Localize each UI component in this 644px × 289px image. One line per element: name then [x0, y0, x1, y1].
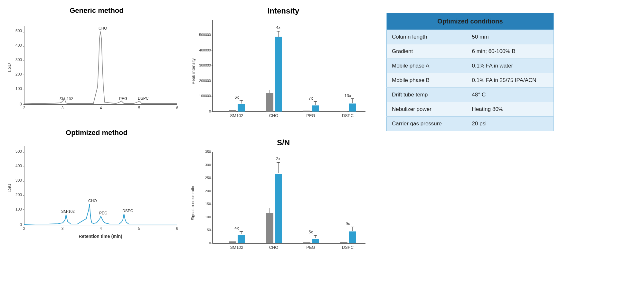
svg-text:400: 400 [15, 43, 22, 48]
conditions-header-row: Optimized conditions [387, 13, 554, 30]
right-panel: Optimized conditions Column length50 mmG… [386, 13, 554, 283]
svg-rect-121 [275, 174, 282, 243]
svg-rect-85 [340, 111, 347, 112]
svg-text:9x: 9x [346, 221, 350, 226]
svg-text:200: 200 [15, 72, 22, 77]
svg-text:CHO: CHO [99, 26, 107, 31]
svg-text:300: 300 [15, 178, 22, 183]
conditions-table: Optimized conditions Column length50 mmG… [386, 13, 554, 131]
svg-text:500: 500 [15, 149, 22, 154]
svg-text:5: 5 [138, 226, 140, 231]
svg-text:6x: 6x [234, 95, 239, 100]
conditions-header: Optimized conditions [387, 13, 554, 30]
svg-text:PEG: PEG [119, 96, 127, 101]
svg-text:2: 2 [23, 226, 25, 231]
svg-text:Signal-to-noise ratio: Signal-to-noise ratio [191, 186, 195, 220]
svg-text:4x: 4x [234, 226, 239, 230]
svg-rect-125 [303, 242, 310, 243]
param-value: Heating 80% [467, 102, 554, 116]
param-label: Column length [387, 30, 467, 44]
svg-rect-80 [303, 111, 310, 112]
param-value: 50 mm [467, 30, 554, 44]
svg-text:100: 100 [205, 215, 211, 219]
param-label: Mobile phase B [387, 73, 467, 87]
svg-text:300: 300 [15, 58, 22, 62]
svg-text:4x: 4x [276, 25, 280, 30]
svg-text:200000: 200000 [199, 79, 211, 83]
intensity-chart: Intensity Peak intensity 0 100000 200000… [190, 6, 377, 135]
svg-text:6: 6 [176, 106, 178, 110]
svg-text:100000: 100000 [199, 94, 211, 98]
param-label: Carrier gas pressure [387, 116, 467, 131]
svg-text:2x: 2x [276, 156, 280, 161]
svg-text:350: 350 [205, 150, 211, 154]
svg-text:CHO: CHO [88, 199, 97, 203]
svg-rect-114 [238, 235, 245, 243]
svg-text:PEG: PEG [306, 113, 315, 118]
conditions-row: Mobile phase A0.1% FA in water [387, 59, 554, 73]
svg-text:500000: 500000 [199, 33, 211, 37]
svg-text:400: 400 [15, 164, 22, 168]
optimized-method-section: Optimized method 0 100 200 300 400 500 [6, 129, 187, 248]
svg-text:PEG: PEG [99, 211, 107, 215]
svg-text:200: 200 [205, 189, 211, 193]
svg-text:2: 2 [23, 106, 25, 110]
conditions-row: Nebulizer powerHeating 80% [387, 102, 554, 116]
svg-text:DSPC: DSPC [122, 209, 133, 213]
generic-method-section: Generic method 0 100 200 300 400 [6, 6, 187, 125]
param-label: Gradient [387, 44, 467, 59]
svg-text:300000: 300000 [199, 63, 211, 67]
svg-rect-76 [275, 37, 282, 112]
svg-text:150: 150 [205, 202, 211, 206]
generic-chromatogram: 0 100 200 300 400 500 LSU 2 3 [6, 16, 180, 125]
svg-text:4: 4 [100, 226, 102, 231]
svg-text:6: 6 [176, 226, 178, 231]
svg-text:SM102: SM102 [230, 113, 243, 118]
svg-text:DSPC: DSPC [342, 113, 354, 118]
svg-rect-131 [349, 231, 356, 243]
svg-text:0: 0 [20, 222, 22, 227]
svg-rect-68 [229, 110, 236, 112]
sn-title: S/N [190, 138, 377, 147]
conditions-row: Mobile phase B0.1% FA in 25/75 IPA/ACN [387, 73, 554, 87]
svg-text:0: 0 [209, 109, 211, 113]
svg-rect-130 [340, 242, 347, 243]
svg-text:SM-102: SM-102 [60, 97, 73, 101]
svg-text:CHO: CHO [269, 113, 279, 118]
svg-text:4: 4 [100, 106, 102, 110]
svg-text:Peak intensity: Peak intensity [191, 58, 196, 84]
svg-text:0: 0 [209, 241, 211, 245]
svg-text:LSU: LSU [7, 184, 12, 192]
left-panel: Generic method 0 100 200 300 400 [6, 6, 187, 283]
svg-rect-69 [238, 104, 245, 112]
param-value: 6 min; 60-100% B [467, 44, 554, 59]
optimized-title: Optimized method [6, 129, 187, 137]
svg-text:100: 100 [15, 86, 22, 91]
svg-text:400000: 400000 [199, 48, 211, 52]
svg-text:DSPC: DSPC [138, 96, 149, 101]
middle-panel: Intensity Peak intensity 0 100000 200000… [190, 6, 377, 283]
svg-text:100: 100 [15, 207, 22, 212]
svg-text:DSPC: DSPC [342, 245, 354, 250]
generic-title: Generic method [6, 6, 187, 15]
conditions-row: Carrier gas pressure20 psi [387, 116, 554, 131]
svg-text:3: 3 [62, 106, 64, 110]
svg-text:50: 50 [207, 228, 211, 232]
svg-rect-73 [266, 93, 273, 112]
svg-rect-126 [312, 239, 319, 243]
svg-text:7x: 7x [308, 96, 313, 101]
svg-text:Retention time (min): Retention time (min) [79, 234, 122, 239]
intensity-title: Intensity [190, 6, 377, 15]
svg-rect-81 [312, 105, 319, 112]
optimized-chromatogram: 0 100 200 300 400 500 LSU 2 3 [6, 138, 180, 248]
conditions-row: Drift tube temp48° C [387, 87, 554, 102]
conditions-row: Gradient6 min; 60-100% B [387, 44, 554, 59]
svg-text:CHO: CHO [269, 245, 279, 250]
svg-text:5: 5 [138, 106, 140, 110]
param-value: 48° C [467, 87, 554, 102]
svg-text:0: 0 [20, 102, 22, 106]
main-container: Generic method 0 100 200 300 400 [6, 6, 638, 283]
svg-text:5x: 5x [308, 230, 313, 234]
param-label: Nebulizer power [387, 102, 467, 116]
svg-text:SM-102: SM-102 [61, 209, 75, 214]
